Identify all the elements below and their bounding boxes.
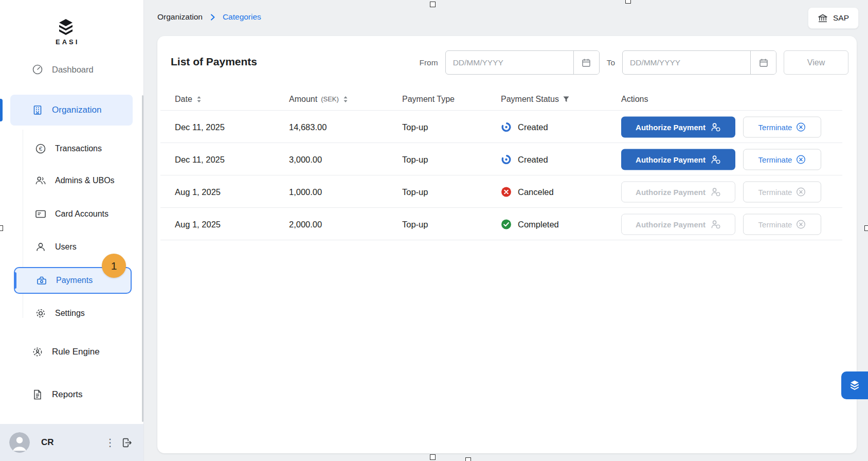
payment-type: Top-up xyxy=(402,219,428,229)
payments-card: List of Payments From To View Date xyxy=(157,36,857,453)
terminate-button[interactable]: Terminate xyxy=(743,116,821,137)
breadcrumb-organization[interactable]: Organization xyxy=(157,12,203,22)
view-button[interactable]: View xyxy=(784,50,848,75)
sidebar-item-organization[interactable]: Organization xyxy=(10,95,133,126)
filter-funnel-icon[interactable] xyxy=(563,96,570,103)
from-calendar-icon[interactable] xyxy=(573,51,599,74)
organization-icon xyxy=(32,104,43,116)
selection-handle[interactable] xyxy=(465,457,471,461)
sidebar-item-card-accounts[interactable]: Card Accounts xyxy=(10,202,133,226)
terminate-x-circle-icon xyxy=(796,122,806,132)
from-date-input[interactable] xyxy=(446,51,573,74)
sort-icon[interactable] xyxy=(342,95,349,103)
profile-menu-button[interactable]: ⋮ xyxy=(101,434,119,451)
app-logo: EASI xyxy=(0,0,143,63)
terminate-button[interactable]: Terminate xyxy=(743,149,821,170)
payment-date: Aug 1, 2025 xyxy=(175,219,221,229)
active-item-accent xyxy=(0,99,3,121)
authorize-payment-button[interactable]: Authorize Payment xyxy=(621,116,735,137)
row-actions: Authorize Payment Terminate xyxy=(621,214,821,235)
breadcrumb: Organization Categories xyxy=(157,12,261,22)
authorize-person-icon xyxy=(710,154,721,164)
date-filters: From To View xyxy=(419,50,848,75)
to-date-input[interactable] xyxy=(623,51,750,74)
authorize-payment-button[interactable]: Authorize Payment xyxy=(621,149,735,170)
sidebar-footer: CR ⋮ xyxy=(0,424,143,461)
authorize-person-icon xyxy=(710,219,721,229)
payment-status: Created xyxy=(518,122,548,132)
sidebar-item-admins-ubos[interactable]: Admins & UBOs xyxy=(10,169,133,192)
authorize-payment-button[interactable]: Authorize Payment xyxy=(621,214,735,235)
payment-amount: 1,000.00 xyxy=(289,187,322,197)
terminate-x-circle-icon xyxy=(796,219,806,229)
payment-date: Dec 11, 2025 xyxy=(175,154,225,164)
sidebar: Dashboard EASI Organization € Transactio… xyxy=(0,0,144,461)
status-icon xyxy=(501,186,512,197)
payment-date: Aug 1, 2025 xyxy=(175,187,221,197)
column-header-date[interactable]: Date xyxy=(175,95,202,104)
sidebar-item-reports[interactable]: Reports xyxy=(10,383,133,406)
sidebar-item-label: Transactions xyxy=(55,144,102,153)
selection-handle[interactable] xyxy=(625,0,631,4)
floating-widget-button[interactable] xyxy=(841,371,868,399)
payment-amount: 2,000.00 xyxy=(289,219,322,229)
logo-text: EASI xyxy=(56,38,79,46)
status-icon xyxy=(501,121,512,132)
rule-engine-icon xyxy=(32,346,43,358)
payment-status-cell: Completed xyxy=(501,219,559,229)
main-content: Organization Categories SAP List of Paym… xyxy=(144,0,868,461)
row-actions: Authorize Payment Terminate xyxy=(621,116,821,137)
sap-button-label: SAP xyxy=(833,13,849,23)
payments-icon xyxy=(36,275,47,286)
table-row: Dec 11, 2025 3,000.00 Top-up Created Aut… xyxy=(157,143,857,175)
terminate-button[interactable]: Terminate xyxy=(743,181,821,202)
table-row: Aug 1, 2025 2,000.00 Top-up Completed Au… xyxy=(157,208,857,240)
column-header-payment-type: Payment Type xyxy=(402,95,455,104)
sidebar-item-rule-engine[interactable]: Rule Engine xyxy=(10,340,133,364)
logout-icon[interactable] xyxy=(119,435,134,450)
annotation-badge: 1 xyxy=(102,254,126,278)
selection-handle[interactable] xyxy=(430,454,436,460)
transactions-icon: € xyxy=(35,143,46,154)
reports-icon xyxy=(32,389,43,400)
payment-status-cell: Created xyxy=(501,154,548,165)
sort-icon[interactable] xyxy=(196,95,202,103)
sap-button[interactable]: SAP xyxy=(808,7,859,29)
table-rows: Dec 11, 2025 14,683.00 Top-up Created Au… xyxy=(157,111,857,240)
column-header-amount[interactable]: Amount (SEK) xyxy=(289,95,349,104)
status-icon xyxy=(501,219,512,229)
sidebar-item-settings[interactable]: Settings xyxy=(10,302,133,325)
payment-amount: 3,000.00 xyxy=(289,154,322,164)
payment-status-cell: Created xyxy=(501,121,548,132)
payment-status-cell: Canceled xyxy=(501,186,554,197)
authorize-payment-button[interactable]: Authorize Payment xyxy=(621,181,735,202)
to-calendar-icon[interactable] xyxy=(750,51,776,74)
layers-icon xyxy=(848,380,861,391)
table-row: Aug 1, 2025 1,000.00 Top-up Canceled Aut… xyxy=(157,175,857,208)
page-title: List of Payments xyxy=(171,56,257,68)
table-header: Date Amount (SEK) Payment Type Payment S… xyxy=(157,87,857,111)
sidebar-item-label: Payments xyxy=(56,276,93,285)
bank-icon xyxy=(818,13,828,23)
payment-status: Created xyxy=(518,154,548,164)
terminate-button[interactable]: Terminate xyxy=(743,214,821,235)
selection-handle[interactable] xyxy=(864,225,868,231)
column-header-payment-status[interactable]: Payment Status xyxy=(501,95,570,104)
amount-unit: (SEK) xyxy=(321,95,339,103)
sidebar-scrollbar[interactable] xyxy=(142,95,143,422)
sidebar-item-transactions[interactable]: € Transactions xyxy=(10,137,133,161)
breadcrumb-categories[interactable]: Categories xyxy=(223,12,261,22)
sidebar-item-label: Admins & UBOs xyxy=(55,176,115,185)
terminate-x-circle-icon xyxy=(796,187,806,197)
sidebar-item-label: Reports xyxy=(52,389,83,400)
row-actions: Authorize Payment Terminate xyxy=(621,149,821,170)
selection-handle[interactable] xyxy=(430,2,436,7)
payment-type: Top-up xyxy=(402,187,428,197)
payment-type: Top-up xyxy=(402,154,428,164)
sidebar-item-label: Rule Engine xyxy=(52,347,100,357)
user-initials: CR xyxy=(41,437,54,448)
breadcrumb-chevron-icon xyxy=(209,13,216,21)
selection-handle[interactable] xyxy=(0,225,3,231)
from-label: From xyxy=(419,58,438,67)
table-row: Dec 11, 2025 14,683.00 Top-up Created Au… xyxy=(157,111,857,143)
